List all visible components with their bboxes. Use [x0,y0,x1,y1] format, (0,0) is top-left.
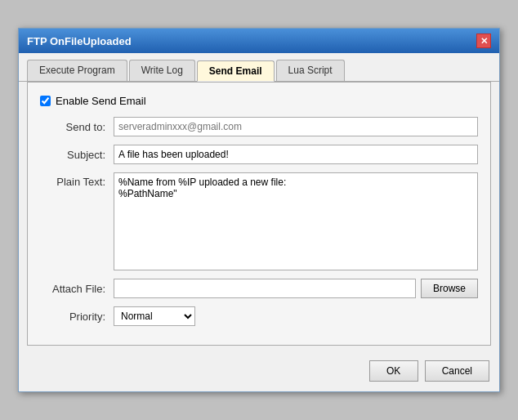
tab-lua-script[interactable]: Lua Script [276,60,345,81]
subject-label: Subject: [40,149,105,161]
priority-select[interactable]: Normal High Low [114,306,195,326]
enable-row: Enable Send Email [40,95,478,107]
priority-row: Priority: Normal High Low [40,306,478,326]
attach-file-label: Attach File: [40,283,105,295]
tab-content: Enable Send Email Send to: Subject: Plai… [27,82,491,346]
priority-label: Priority: [40,311,105,323]
tab-bar: Execute Program Write Log Send Email Lua… [19,53,499,82]
send-to-label: Send to: [40,121,105,133]
send-to-input[interactable] [114,117,478,136]
plain-text-row: Plain Text: %Name from %IP uploaded a ne… [40,172,478,270]
plain-text-label: Plain Text: [40,172,105,188]
tab-execute-program[interactable]: Execute Program [27,60,127,81]
cancel-button[interactable]: Cancel [425,360,489,382]
attach-file-input[interactable] [114,279,416,298]
attach-file-row: Attach File: Browse [40,279,478,298]
browse-button[interactable]: Browse [421,279,478,298]
enable-label: Enable Send Email [56,95,146,107]
window-title: FTP OnFileUploaded [27,35,132,47]
main-window: FTP OnFileUploaded ✕ Execute Program Wri… [18,28,500,392]
title-bar: FTP OnFileUploaded ✕ [19,29,499,53]
tab-send-email[interactable]: Send Email [197,60,275,82]
tab-write-log[interactable]: Write Log [129,60,195,81]
plain-text-input[interactable]: %Name from %IP uploaded a new file: %Pat… [114,172,478,270]
footer: OK Cancel [19,354,499,391]
enable-checkbox[interactable] [40,96,51,106]
subject-input[interactable] [114,145,478,164]
send-to-row: Send to: [40,117,478,136]
subject-row: Subject: [40,145,478,164]
ok-button[interactable]: OK [369,360,418,382]
close-button[interactable]: ✕ [476,34,491,48]
